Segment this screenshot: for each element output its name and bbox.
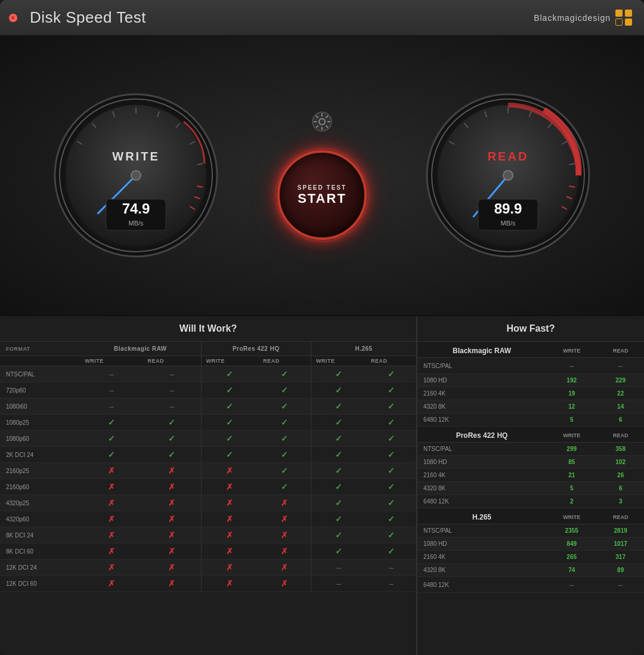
hf-read-cell: 89 [597, 564, 644, 577]
center-controls: SPEED TEST START [277, 111, 367, 240]
format-cell: 4320p25 [0, 495, 80, 511]
start-button[interactable]: SPEED TEST START [277, 150, 367, 240]
brand-name: Blackmagicdesign [534, 13, 611, 23]
format-cell: 4320p60 [0, 511, 80, 527]
prores-read-cell: ✗ [258, 495, 311, 511]
hf-write-cell: 19 [546, 387, 597, 400]
braw-write-cell: ✗ [80, 495, 143, 511]
h265-read-cell: ✓ [366, 543, 416, 560]
format-cell: 2K DCI 24 [0, 447, 80, 463]
read-col-header: READ [597, 342, 644, 358]
table-row: 8K DCI 24 ✗ ✗ ✗ ✗ ✓ ✓ [0, 527, 416, 543]
hf-write-cell: 5 [546, 413, 597, 427]
prores-write-cell: ✗ [201, 576, 258, 592]
prores-write-cell: ✓ [201, 431, 258, 447]
braw-write-cell: ✗ [80, 560, 143, 576]
hf-read-cell: 229 [597, 374, 644, 387]
hf-format-cell: 1080 HD [417, 537, 546, 551]
braw-read-cell: ✗ [143, 527, 202, 543]
braw-read-cell: ✗ [143, 479, 202, 495]
braw-write-cell: – [80, 398, 143, 415]
hf-format-cell: NTSC/PAL [417, 443, 546, 456]
braw-read-cell: ✗ [143, 463, 202, 479]
braw-read-cell: – [143, 398, 202, 415]
format-col-header: FORMAT [0, 342, 80, 356]
hf-write-cell: – [546, 358, 597, 374]
hf-read-cell: 3 [597, 495, 644, 508]
h265-read-cell: ✓ [366, 463, 416, 479]
format-cell: 2160p25 [0, 463, 80, 479]
table-row: 720p60 – – ✓ ✓ ✓ ✓ [0, 382, 416, 398]
braw-write-cell: ✗ [80, 576, 143, 592]
format-cell: 720p60 [0, 382, 80, 398]
how-fast-row: NTSC/PAL 299 358 [417, 443, 644, 456]
hf-write-cell: – [546, 577, 597, 593]
settings-icon[interactable] [311, 111, 333, 132]
table-row: NTSC/PAL – – ✓ ✓ ✓ ✓ [0, 366, 416, 382]
table-row: 1080p25 ✓ ✓ ✓ ✓ ✓ ✓ [0, 415, 416, 431]
left-panel: Will It Work? FORMAT Blackmagic RAW ProR… [0, 316, 417, 655]
read-gauge: 89.9 MB/s READ [425, 92, 592, 259]
h265-read-cell: – [366, 576, 416, 592]
how-fast-table: Blackmagic RAW WRITE READ NTSC/PAL – – 1… [417, 342, 644, 593]
table-row: 2160p60 ✗ ✗ ✗ ✓ ✓ ✓ [0, 479, 416, 495]
prores-write-sub: WRITE [201, 356, 258, 366]
prores-read-cell: ✗ [258, 527, 311, 543]
braw-read-cell: ✗ [143, 511, 202, 527]
hf-read-cell: 1017 [597, 537, 644, 551]
hf-write-cell: 2 [546, 495, 597, 508]
braw-read-cell: ✗ [143, 560, 202, 576]
format-cell: 8K DCI 24 [0, 527, 80, 543]
hf-read-cell: – [597, 358, 644, 374]
write-col-header: WRITE [546, 508, 597, 524]
how-fast-row: NTSC/PAL 2355 2819 [417, 524, 644, 537]
hf-write-cell: 12 [546, 400, 597, 413]
prores-read-cell: ✗ [258, 543, 311, 560]
table-row: 4320p25 ✗ ✗ ✗ ✗ ✓ ✓ [0, 495, 416, 511]
hf-write-cell: 849 [546, 537, 597, 551]
gauges-section: 74.9 MB/s WRITE [0, 36, 644, 316]
bmd-sq4 [625, 18, 632, 26]
prores-read-cell: ✓ [258, 479, 311, 495]
prores-header: ProRes 422 HQ [201, 342, 311, 356]
hf-format-cell: 4320 8K [417, 482, 546, 495]
table-row: 2K DCI 24 ✓ ✓ ✓ ✓ ✓ ✓ [0, 447, 416, 463]
h265-header: H.265 [311, 342, 416, 356]
prores-read-cell: ✗ [258, 511, 311, 527]
prores-read-cell: ✗ [258, 560, 311, 576]
h265-write-cell: ✓ [311, 527, 367, 543]
prores-write-cell: ✓ [201, 382, 258, 398]
h265-write-cell: ✓ [311, 543, 367, 560]
how-fast-row: 1080 HD 849 1017 [417, 537, 644, 551]
read-gauge-svg: 89.9 MB/s READ [425, 92, 592, 259]
hf-read-cell: 102 [597, 456, 644, 469]
section-name: ProRes 422 HQ [417, 427, 546, 443]
how-fast-row: 6480 12K 2 3 [417, 495, 644, 508]
prores-read-cell: ✓ [258, 398, 311, 415]
braw-read-cell: ✓ [143, 431, 202, 447]
table-row: 2160p25 ✗ ✗ ✗ ✓ ✓ ✓ [0, 463, 416, 479]
svg-text:74.9: 74.9 [122, 200, 150, 217]
hf-read-cell: 6 [597, 413, 644, 427]
prores-write-cell: ✓ [201, 366, 258, 382]
hf-write-cell: 85 [546, 456, 597, 469]
hf-write-cell: 192 [546, 374, 597, 387]
h265-read-cell: ✓ [366, 366, 416, 382]
prores-write-cell: ✓ [201, 398, 258, 415]
prores-write-cell: ✗ [201, 560, 258, 576]
write-gauge-container: 74.9 MB/s WRITE [52, 92, 219, 259]
hf-read-cell: 22 [597, 387, 644, 400]
svg-text:89.9: 89.9 [494, 200, 522, 217]
bmd-sq3 [615, 18, 623, 26]
h265-read-cell: ✓ [366, 527, 416, 543]
h265-read-cell: ✓ [366, 447, 416, 463]
braw-read-cell: – [143, 382, 202, 398]
prores-read-cell: ✓ [258, 431, 311, 447]
prores-read-cell: ✓ [258, 447, 311, 463]
how-fast-row: 2160 4K 19 22 [417, 387, 644, 400]
how-fast-row: 6480 12K – – [417, 577, 644, 593]
hf-read-cell: 26 [597, 469, 644, 482]
section-header-row: H.265 WRITE READ [417, 508, 644, 524]
close-button[interactable]: ✕ [9, 14, 17, 22]
table-row: 4320p60 ✗ ✗ ✗ ✗ ✓ ✓ [0, 511, 416, 527]
